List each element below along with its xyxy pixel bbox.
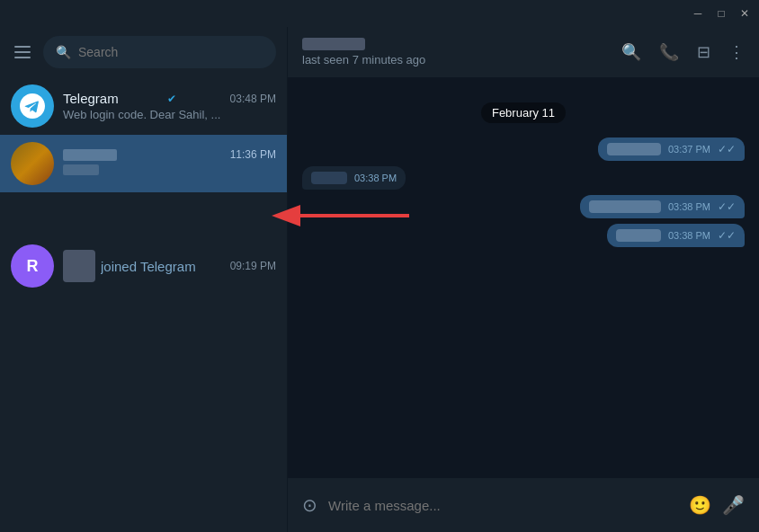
msg-time-3: 03:38 PM [668, 201, 710, 212]
more-options-icon[interactable]: ⋮ [728, 42, 745, 62]
minimize-button[interactable]: ─ [691, 6, 705, 21]
menu-button[interactable] [11, 42, 34, 62]
chat-header-actions: 🔍 📞 ⊟ ⋮ [621, 42, 745, 62]
chat-info-jasmine: 11:36 PM [63, 148, 276, 179]
read-ticks-4: ✓✓ [718, 229, 736, 242]
chat-name-jasmine [63, 149, 117, 161]
message-input[interactable] [328, 498, 678, 513]
message-row-3: 03:38 PM ✓✓ [302, 195, 745, 218]
emoji-icon[interactable]: 🙂 [689, 494, 711, 516]
msg-content-4 [616, 229, 661, 242]
chat-header-status: last seen 7 minutes ago [302, 53, 425, 66]
date-badge: February 11 [481, 102, 566, 123]
msg-content-2 [311, 172, 347, 184]
chat-list: Telegram ✔ 03:48 PM Web login code. Dear… [0, 77, 287, 532]
message-bubble-2: 03:38 PM [302, 166, 406, 190]
message-bubble-4: 03:38 PM ✓✓ [607, 224, 745, 247]
chat-item-telegram[interactable]: Telegram ✔ 03:48 PM Web login code. Dear… [0, 77, 287, 135]
search-icon: 🔍 [56, 45, 71, 59]
msg-time-4: 03:38 PM [668, 230, 710, 241]
chat-header: last seen 7 minutes ago 🔍 📞 ⊟ ⋮ [288, 27, 759, 77]
msg-content-3 [589, 200, 661, 213]
attach-icon[interactable]: ⊙ [302, 494, 317, 516]
message-row-2: 03:38 PM [302, 166, 745, 190]
search-input[interactable] [78, 45, 263, 59]
chat-item-r[interactable]: R joined Telegram 09:19 PM [0, 237, 287, 295]
chat-header-name [302, 38, 365, 50]
chat-info-telegram: Telegram ✔ 03:48 PM Web login code. Dear… [63, 91, 276, 121]
chat-time-jasmine: 11:36 PM [230, 148, 276, 161]
date-separator: February 11 [302, 102, 745, 123]
avatar-small-gray [63, 250, 95, 282]
message-row-4: 03:38 PM ✓✓ [302, 224, 745, 247]
chat-top-r: joined Telegram 09:19 PM [101, 259, 276, 274]
chat-time-telegram: 03:48 PM [230, 93, 276, 105]
chat-preview-jasmine [63, 164, 99, 175]
avatar-jasmine [11, 142, 54, 185]
spacer-area [0, 192, 287, 237]
maximize-button[interactable]: □ [714, 6, 728, 21]
chat-top-jasmine: 11:36 PM [63, 148, 276, 161]
chat-top: Telegram ✔ 03:48 PM [63, 91, 276, 106]
msg-time-2: 03:38 PM [354, 173, 397, 183]
titlebar: ─ □ ✕ [0, 0, 759, 27]
input-area: ⊙ 🙂 🎤 [288, 478, 759, 532]
chat-name-telegram: Telegram [63, 91, 119, 106]
chat-name-r: joined Telegram [101, 259, 196, 274]
chat-item-jasmine[interactable]: 11:36 PM [0, 135, 287, 192]
read-ticks-1: ✓✓ [718, 143, 736, 155]
search-chat-icon[interactable]: 🔍 [621, 42, 641, 62]
msg-time-1: 03:37 PM [668, 144, 710, 155]
messages-area: February 11 03:37 PM ✓✓ 03:38 PM [288, 77, 759, 478]
search-box[interactable]: 🔍 [43, 36, 276, 68]
chat-info-r: joined Telegram 09:19 PM [101, 259, 276, 274]
avatar-telegram [11, 84, 54, 128]
chat-time-r: 09:19 PM [230, 260, 276, 272]
sidebar-header: 🔍 [0, 27, 287, 77]
avatar-r: R [11, 244, 54, 288]
message-bubble-3: 03:38 PM ✓✓ [580, 195, 745, 218]
phone-icon[interactable]: 📞 [659, 42, 679, 62]
app: 🔍 Telegram ✔ 03:48 PM Web l [0, 27, 759, 532]
close-button[interactable]: ✕ [737, 6, 752, 21]
sidebar: 🔍 Telegram ✔ 03:48 PM Web l [0, 27, 288, 532]
chat-header-info: last seen 7 minutes ago [302, 38, 425, 66]
chat-area: last seen 7 minutes ago 🔍 📞 ⊟ ⋮ February… [288, 27, 759, 532]
chat-preview-telegram: Web login code. Dear Sahil, ... [63, 108, 276, 121]
mic-icon[interactable]: 🎤 [722, 494, 745, 516]
read-ticks-3: ✓✓ [718, 200, 736, 213]
message-row-1: 03:37 PM ✓✓ [302, 137, 745, 161]
message-bubble-1: 03:37 PM ✓✓ [598, 137, 745, 161]
verified-icon: ✔ [167, 93, 176, 105]
msg-content-1 [607, 143, 661, 155]
columns-icon[interactable]: ⊟ [697, 42, 710, 62]
